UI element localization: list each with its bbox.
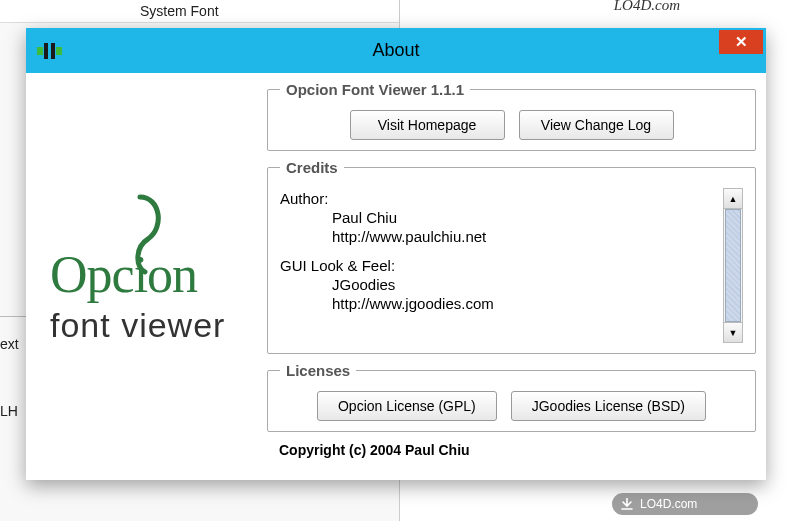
lo4d-badge-text: LO4D.com: [640, 497, 697, 511]
author-url: http://www.paulchiu.net: [280, 228, 717, 245]
scroll-thumb[interactable]: [725, 209, 741, 322]
svg-rect-1: [51, 43, 55, 59]
author-name: Paul Chiu: [280, 209, 717, 226]
view-changelog-button[interactable]: View Change Log: [519, 110, 674, 140]
svg-rect-3: [56, 47, 62, 55]
visit-homepage-button[interactable]: Visit Homepage: [350, 110, 505, 140]
gui-name: JGoodies: [280, 276, 717, 293]
credits-section: Credits Author: Paul Chiu http://www.pau…: [267, 159, 756, 354]
scroll-down-button[interactable]: ▼: [724, 322, 742, 342]
opcion-logo: Opcion font viewer: [50, 187, 250, 367]
licenses-section: Licenses Opcion License (GPL) JGoodies L…: [267, 362, 756, 432]
logo-panel: Opcion font viewer: [32, 77, 267, 476]
svg-text:font viewer: font viewer: [50, 306, 225, 344]
author-label: Author:: [280, 190, 717, 207]
dialog-title: About: [26, 40, 766, 61]
scroll-up-button[interactable]: ▲: [724, 189, 742, 209]
jgoodies-license-button[interactable]: JGoodies License (BSD): [511, 391, 706, 421]
copyright-text: Copyright (c) 2004 Paul Chiu: [267, 436, 756, 458]
titlebar[interactable]: About ✕: [26, 28, 766, 73]
close-icon: ✕: [735, 33, 748, 51]
content-panel: Opcion Font Viewer 1.1.1 Visit Homepage …: [267, 77, 760, 476]
background-partial-text: ext: [0, 336, 19, 352]
credits-text: Author: Paul Chiu http://www.paulchiu.ne…: [280, 188, 723, 343]
svg-rect-2: [37, 47, 43, 55]
credits-scrollbar[interactable]: ▲ ▼: [723, 188, 743, 343]
credits-legend: Credits: [280, 159, 344, 176]
svg-rect-0: [44, 43, 48, 59]
lo4d-badge: LO4D.com: [612, 493, 758, 515]
gui-label: GUI Look & Feel:: [280, 257, 717, 274]
download-icon: [620, 497, 634, 511]
homepage-section: Opcion Font Viewer 1.1.1 Visit Homepage …: [267, 81, 756, 151]
close-button[interactable]: ✕: [719, 30, 763, 54]
list-item[interactable]: System Font: [0, 0, 399, 23]
scroll-track[interactable]: [724, 209, 742, 322]
svg-text:Opcion: Opcion: [50, 246, 198, 303]
about-dialog: About ✕ Opcion font viewer Opcion Font V…: [26, 28, 766, 480]
dialog-body: Opcion font viewer Opcion Font Viewer 1.…: [26, 73, 766, 480]
app-icon: [36, 40, 64, 62]
chevron-down-icon: ▼: [729, 328, 738, 338]
gui-url: http://www.jgoodies.com: [280, 295, 717, 312]
homepage-legend: Opcion Font Viewer 1.1.1: [280, 81, 470, 98]
licenses-legend: Licenses: [280, 362, 356, 379]
background-partial-text: LH: [0, 403, 18, 419]
watermark-top: LO4D.com: [614, 0, 680, 14]
opcion-license-button[interactable]: Opcion License (GPL): [317, 391, 497, 421]
chevron-up-icon: ▲: [729, 194, 738, 204]
